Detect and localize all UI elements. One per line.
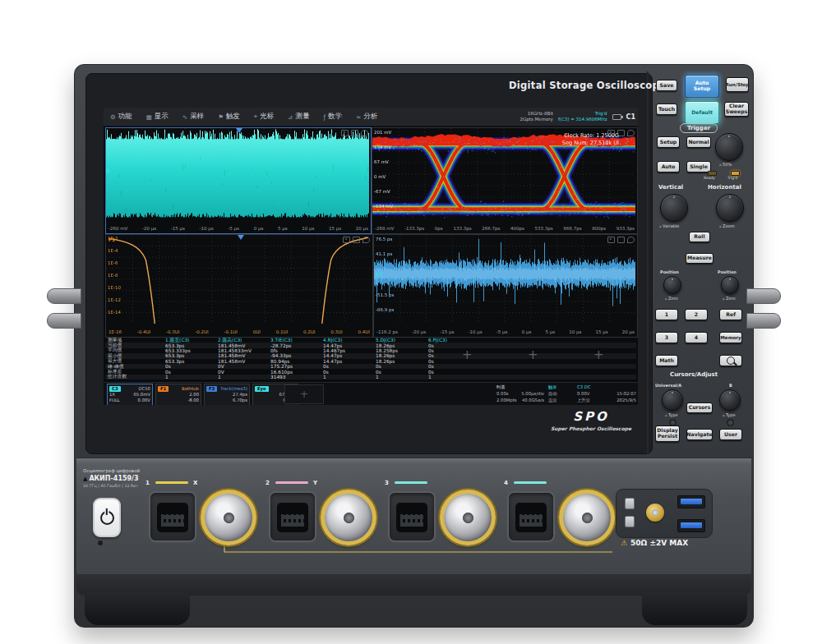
camera-icon[interactable] — [341, 130, 349, 136]
pin-icon[interactable] — [627, 130, 635, 136]
universal-a-knob[interactable] — [662, 389, 683, 411]
save-button[interactable]: Save — [656, 80, 677, 91]
trace-label-f3: F3 — [376, 271, 382, 277]
channel-4-button[interactable]: 4 — [685, 332, 708, 343]
b-knob[interactable] — [719, 389, 741, 411]
screen[interactable]: ⚙功能▦显示∿采样⚑触发⌖光标⊿测量ƒ数学≈分析 16GHz-8Bit2Gpts… — [104, 108, 638, 405]
vertical-position-knob[interactable] — [663, 276, 681, 294]
menu-item-6[interactable]: ⊿测量 — [281, 108, 316, 126]
channel-3-button[interactable]: 3 — [655, 332, 678, 343]
trace-descriptor-f1[interactable]: F1Bathtub2.00-8.00 — [155, 384, 201, 405]
waveform-canvas-tie[interactable] — [374, 235, 635, 324]
run-stop-button[interactable]: Run/Stop — [726, 77, 749, 92]
power-button[interactable] — [93, 498, 121, 537]
trigger-source-box[interactable]: C3 DC 0.00V 上升沿 — [577, 384, 605, 403]
panel-icons — [607, 237, 635, 243]
menu-item-4[interactable]: ⚑触发 — [211, 108, 247, 126]
trigger-setup-button[interactable]: Setup — [657, 136, 680, 148]
fullscreen-icon[interactable] — [617, 237, 625, 243]
usb-port-top[interactable] — [677, 495, 705, 508]
channel-4-probe-interface[interactable] — [507, 491, 555, 542]
panel-acquisition[interactable]: -260 mV-20 µs-15 µs-10 µs-5 µs0 µs5 µs10… — [105, 127, 372, 234]
power-icon — [100, 511, 114, 525]
channel-2-button[interactable]: 2 — [685, 309, 708, 320]
trigger-position-marker[interactable] — [238, 235, 244, 240]
menu-item-8[interactable]: ≈分析 — [349, 108, 385, 126]
fullscreen-icon[interactable] — [351, 130, 358, 136]
channel-4-bnc-connector[interactable] — [559, 490, 615, 545]
menu-item-5[interactable]: ⌖光标 — [247, 108, 281, 126]
roll-button[interactable]: Roll — [689, 232, 710, 242]
trigger-normal-button[interactable]: Normal — [686, 136, 711, 148]
trigger-level-knob[interactable] — [715, 133, 743, 161]
default-button[interactable]: Default — [685, 101, 719, 124]
panel-eye-diagram[interactable]: Clock Rate: 1.2500GSeg Num: 27.510k UI 2… — [372, 127, 638, 234]
touch-button[interactable]: Touch — [656, 104, 677, 115]
sma-connector[interactable] — [646, 504, 664, 522]
probe-clip-bottom[interactable] — [625, 516, 635, 527]
menu-item-2[interactable]: ▦显示 — [140, 108, 176, 126]
channel-2-bnc-connector[interactable] — [321, 490, 376, 545]
channel-1-bnc-connector[interactable] — [201, 490, 256, 545]
add-measurement-slot[interactable]: + — [593, 347, 604, 362]
channel-1-button[interactable]: 1 — [655, 309, 678, 320]
channel-3-bnc-connector[interactable] — [440, 490, 496, 545]
channel-2-probe-interface[interactable] — [269, 491, 316, 542]
panel-icons — [343, 237, 370, 243]
gear-icon: ⚙ — [110, 113, 116, 121]
trigger-mode-box[interactable]: 触发 自动 边沿 — [548, 384, 575, 403]
panel-tie-track[interactable]: F3 76.5 ps41.1 ps-51.5 ps-86.9 ps -116.2… — [373, 234, 638, 338]
usb-port-bottom[interactable] — [677, 519, 705, 532]
pin-icon[interactable] — [363, 237, 370, 243]
x-axis-ticks: -116.2 ps-20 µs-15 µs-10 µs-5 µs0 µs5 µs… — [374, 326, 637, 337]
pin-icon[interactable] — [361, 130, 368, 136]
menu-item-1[interactable]: ⚙功能 — [104, 108, 140, 126]
right-handle-top — [746, 288, 781, 304]
channel-3-probe-interface[interactable] — [388, 491, 436, 542]
add-trace-slot[interactable]: + — [284, 384, 324, 404]
waveform-canvas-acquisition[interactable] — [106, 128, 369, 220]
trace-descriptor-f3[interactable]: F3Track(mea3)27.4ps6.70ps — [204, 384, 250, 405]
brand-type: Осциллограф цифровой — [83, 468, 140, 473]
add-measurement-slot[interactable]: + — [462, 347, 473, 362]
measurement-table[interactable]: 测量项1.眼宽(C3)2.眼高(C3)3.TIE(C3)4.RJ(C3)5.DJ… — [105, 338, 636, 380]
add-measurement-slot[interactable]: + — [528, 347, 538, 362]
user-button[interactable]: User — [719, 429, 742, 440]
channel-1-number: 1 — [145, 480, 150, 486]
channel-level-marker[interactable] — [106, 168, 111, 174]
menu-item-7[interactable]: ƒ数学 — [316, 108, 349, 126]
vertical-scale-knob[interactable] — [660, 194, 688, 222]
timebase-box[interactable]: 时基 0.00s5.00µs/div 2.00Mpts40.0GSa/s — [496, 384, 544, 403]
channel-descriptors: C3DC501X65.0mVFULL0.00VF1Bathtub2.00-8.0… — [107, 384, 298, 405]
camera-icon[interactable] — [607, 237, 615, 243]
search-button[interactable] — [719, 355, 742, 366]
ref-button[interactable]: Ref — [719, 309, 742, 320]
camera-icon[interactable] — [343, 237, 350, 243]
display-persist-button[interactable]: Display Persist — [655, 426, 680, 442]
trigger-info: Trig'df(C3) = 314.9606MHz — [558, 111, 607, 122]
cursors-button[interactable]: Cursors — [686, 402, 713, 413]
warning-triangle-icon: ⚠ — [621, 539, 627, 547]
clear-sweeps-button[interactable]: Clear Sweeps — [724, 102, 749, 117]
memory-button[interactable]: Memory — [719, 332, 742, 343]
brand-model: ▲АКИП-4159/3 — [83, 475, 139, 482]
status-bar: C3DC501X65.0mVFULL0.00VF1Bathtub2.00-8.0… — [104, 382, 638, 405]
cursor-icon: ⌖ — [254, 113, 257, 121]
auto-setup-button[interactable]: Auto Setup — [685, 75, 719, 98]
math-button[interactable]: Math — [655, 355, 678, 366]
measure-button[interactable]: Measure — [686, 253, 713, 264]
panel-bathtub[interactable]: F1 1E-21E-41E-61E-81E-101E-121E-14 1E-16… — [105, 234, 373, 338]
horizontal-position-knob[interactable] — [721, 276, 739, 294]
ready-led-label: Ready — [704, 176, 715, 180]
probe-clip-top[interactable] — [625, 498, 635, 509]
trigger-auto-button[interactable]: Auto — [657, 161, 680, 172]
waveform-canvas-bathtub[interactable] — [106, 235, 371, 324]
trace-descriptor-c3[interactable]: C3DC501X65.0mVFULL0.00V — [107, 384, 153, 405]
channel-1-probe-interface[interactable] — [149, 491, 196, 542]
pin-icon[interactable] — [627, 237, 635, 243]
trigger-position-marker[interactable] — [236, 128, 242, 133]
navigate-button[interactable]: Navigate — [686, 429, 713, 440]
menu-item-3[interactable]: ∿采样 — [176, 108, 211, 126]
fullscreen-icon[interactable] — [353, 237, 360, 243]
horizontal-scale-knob[interactable] — [716, 194, 744, 222]
